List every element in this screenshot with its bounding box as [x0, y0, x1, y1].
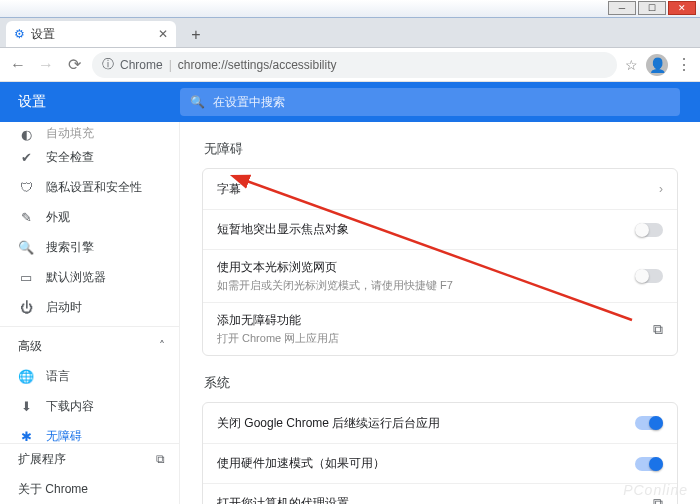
sidebar-item-label: 下载内容: [46, 398, 94, 415]
sidebar-item[interactable]: ✎外观: [0, 202, 179, 232]
sidebar-icon: 🌐: [18, 369, 34, 384]
settings-header: 设置 🔍 在设置中搜索: [0, 82, 700, 122]
card-system: 关闭 Google Chrome 后继续运行后台应用使用硬件加速模式（如果可用）…: [202, 402, 678, 504]
row-title: 打开您计算机的代理设置: [217, 495, 349, 504]
sidebar-item-label: 关于 Chrome: [18, 481, 88, 498]
settings-row[interactable]: 使用硬件加速模式（如果可用）: [203, 443, 677, 483]
sidebar-item-accessibility[interactable]: ✱无障碍: [0, 421, 179, 443]
sidebar-item-label: 搜索引擎: [46, 239, 94, 256]
sidebar-icon: ◐: [18, 127, 34, 142]
row-title: 字幕: [217, 181, 241, 198]
settings-search[interactable]: 🔍 在设置中搜索: [180, 88, 680, 116]
chevron-up-icon: ˄: [159, 339, 165, 353]
external-link-icon: ⧉: [156, 452, 165, 466]
sidebar-icon: ▭: [18, 270, 34, 285]
sidebar-icon: ✎: [18, 210, 34, 225]
toggle-switch[interactable]: [635, 457, 663, 471]
tab-strip: ⚙ 设置 ✕ +: [0, 18, 700, 48]
watermark: PConline: [623, 482, 688, 498]
sidebar-item[interactable]: ◐自动填充: [0, 122, 179, 142]
window-close-button[interactable]: ✕: [668, 1, 696, 15]
address-bar[interactable]: ⓘ Chrome | chrome://settings/accessibili…: [92, 52, 617, 78]
sidebar-item-label: 默认浏览器: [46, 269, 106, 286]
settings-row[interactable]: 添加无障碍功能打开 Chrome 网上应用店⧉: [203, 302, 677, 355]
sidebar-item-label: 语言: [46, 368, 70, 385]
sidebar-group-label: 高级: [18, 338, 42, 355]
window-minimize-button[interactable]: ─: [608, 1, 636, 15]
chevron-right-icon: ›: [659, 182, 663, 196]
section-title-accessibility: 无障碍: [204, 140, 678, 158]
menu-button[interactable]: ⋮: [676, 55, 692, 74]
site-info-icon[interactable]: ⓘ: [102, 56, 114, 73]
sidebar: ◐自动填充✔安全检查🛡隐私设置和安全性✎外观🔍搜索引擎▭默认浏览器⏻启动时高级˄…: [0, 122, 180, 504]
toggle-switch[interactable]: [635, 269, 663, 283]
card-accessibility: 字幕›短暂地突出显示焦点对象使用文本光标浏览网页如需开启或关闭光标浏览模式，请使…: [202, 168, 678, 356]
toggle-switch[interactable]: [635, 223, 663, 237]
bookmark-star-icon[interactable]: ☆: [625, 57, 638, 73]
row-title: 使用文本光标浏览网页: [217, 259, 453, 276]
sidebar-item-label: 自动填充: [46, 125, 94, 142]
row-title: 关闭 Google Chrome 后继续运行后台应用: [217, 415, 440, 432]
sidebar-bottom-item[interactable]: 关于 Chrome: [0, 474, 179, 504]
sidebar-icon: ✔: [18, 150, 34, 165]
toggle-switch[interactable]: [635, 416, 663, 430]
sidebar-icon: 🔍: [18, 240, 34, 255]
omnibox-path: chrome://settings/accessibility: [178, 58, 337, 72]
sidebar-group-advanced[interactable]: 高级˄: [0, 331, 179, 361]
sidebar-bottom-item[interactable]: 扩展程序⧉: [0, 444, 179, 474]
back-button[interactable]: ←: [8, 56, 28, 74]
sidebar-item[interactable]: 🔍搜索引擎: [0, 232, 179, 262]
sidebar-item[interactable]: 🌐语言: [0, 361, 179, 391]
sidebar-item[interactable]: ⏻启动时: [0, 292, 179, 322]
sidebar-icon: ⏻: [18, 300, 34, 315]
sidebar-item[interactable]: ▭默认浏览器: [0, 262, 179, 292]
settings-row[interactable]: 打开您计算机的代理设置⧉: [203, 483, 677, 504]
external-link-icon: ⧉: [653, 321, 663, 338]
settings-row[interactable]: 字幕›: [203, 169, 677, 209]
sidebar-item[interactable]: 🛡隐私设置和安全性: [0, 172, 179, 202]
search-placeholder: 在设置中搜索: [213, 94, 285, 111]
reload-button[interactable]: ⟳: [64, 55, 84, 74]
profile-avatar[interactable]: 👤: [646, 54, 668, 76]
page-title: 设置: [0, 93, 180, 111]
row-title: 使用硬件加速模式（如果可用）: [217, 455, 385, 472]
new-tab-button[interactable]: +: [184, 23, 208, 47]
sidebar-item-label: 外观: [46, 209, 70, 226]
sidebar-item[interactable]: ✔安全检查: [0, 142, 179, 172]
gear-icon: ⚙: [14, 27, 25, 41]
toolbar: ← → ⟳ ⓘ Chrome | chrome://settings/acces…: [0, 48, 700, 82]
settings-row[interactable]: 关闭 Google Chrome 后继续运行后台应用: [203, 403, 677, 443]
window-maximize-button[interactable]: ☐: [638, 1, 666, 15]
sidebar-icon: 🛡: [18, 180, 34, 195]
content-pane: 无障碍 字幕›短暂地突出显示焦点对象使用文本光标浏览网页如需开启或关闭光标浏览模…: [180, 122, 700, 504]
row-title: 短暂地突出显示焦点对象: [217, 221, 349, 238]
sidebar-item-label: 无障碍: [46, 428, 82, 444]
sidebar-item-label: 启动时: [46, 299, 82, 316]
main-area: ◐自动填充✔安全检查🛡隐私设置和安全性✎外观🔍搜索引擎▭默认浏览器⏻启动时高级˄…: [0, 122, 700, 504]
section-title-system: 系统: [204, 374, 678, 392]
window-titlebar: ─ ☐ ✕: [0, 0, 700, 18]
row-subtitle: 如需开启或关闭光标浏览模式，请使用快捷键 F7: [217, 278, 453, 293]
sidebar-icon: ⬇: [18, 399, 34, 414]
forward-button[interactable]: →: [36, 56, 56, 74]
tab-settings[interactable]: ⚙ 设置 ✕: [6, 21, 176, 47]
settings-row[interactable]: 使用文本光标浏览网页如需开启或关闭光标浏览模式，请使用快捷键 F7: [203, 249, 677, 302]
sidebar-item[interactable]: ⬇下载内容: [0, 391, 179, 421]
row-title: 添加无障碍功能: [217, 312, 339, 329]
settings-row[interactable]: 短暂地突出显示焦点对象: [203, 209, 677, 249]
row-subtitle: 打开 Chrome 网上应用店: [217, 331, 339, 346]
tab-close-icon[interactable]: ✕: [158, 27, 168, 41]
omnibox-site: Chrome: [120, 58, 163, 72]
sidebar-item-label: 隐私设置和安全性: [46, 179, 142, 196]
sidebar-item-label: 安全检查: [46, 149, 94, 166]
sidebar-item-label: 扩展程序: [18, 451, 66, 468]
tab-title: 设置: [31, 26, 55, 43]
sidebar-icon: ✱: [18, 429, 34, 444]
search-icon: 🔍: [190, 95, 205, 109]
